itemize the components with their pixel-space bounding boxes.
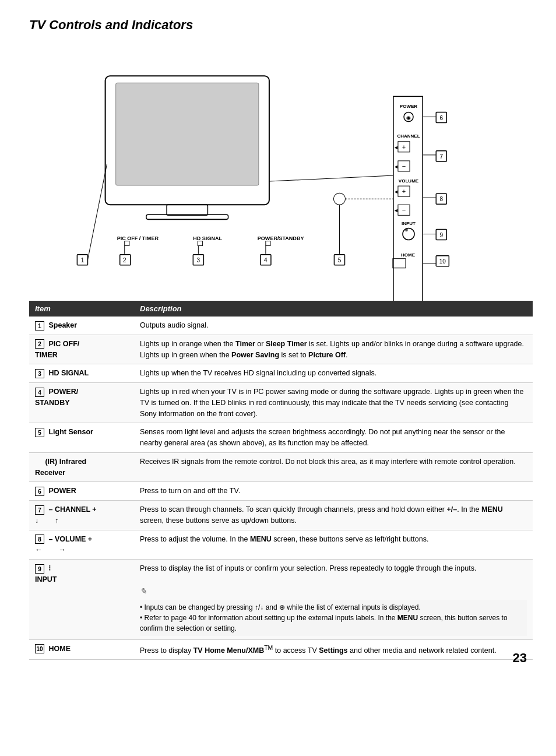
svg-text:+: + (402, 143, 406, 150)
svg-text:6: 6 (439, 115, 443, 121)
table-row: 4 POWER/STANDBY Lights up in red when yo… (29, 383, 533, 423)
note-icon: ✎ (140, 585, 147, 597)
page-number: 23 (513, 650, 527, 666)
svg-text:5: 5 (338, 257, 342, 263)
svg-point-16 (333, 193, 345, 205)
table-row: 2 PIC OFF/TIMER Lights up in orange when… (29, 335, 533, 364)
table-row: 5 Light Sensor Senses room light level a… (29, 423, 533, 453)
item-cell: 4 POWER/STANDBY (29, 383, 134, 423)
page-title: TV Controls and Indicators (29, 17, 533, 33)
desc-cell: Senses room light level and adjusts the … (134, 423, 533, 453)
page-container: TV Controls and Indicators PIC OFF / TIM… (0, 0, 556, 677)
item-cell: 8 – VOLUME +← → (29, 530, 134, 560)
svg-text:8: 8 (439, 196, 443, 202)
svg-line-21 (87, 164, 107, 260)
svg-text:+: + (402, 188, 406, 195)
item-cell: 9 ⁝INPUT (29, 560, 134, 640)
svg-text:INPUT: INPUT (402, 221, 416, 226)
item-cell: (IR) InfraredReceiver (29, 452, 134, 482)
table-row: 8 – VOLUME +← → Press to adjust the volu… (29, 530, 533, 560)
item-cell: 5 Light Sensor (29, 423, 134, 453)
desc-cell: Press to display TV Home Menu/XMBTM to a… (134, 639, 533, 660)
desc-cell: Lights up in orange when the Timer or Sl… (134, 335, 533, 364)
col-header-description: Description (134, 301, 533, 317)
item-cell: 6 POWER (29, 482, 134, 501)
svg-text:PIC OFF / TIMER: PIC OFF / TIMER (117, 235, 159, 241)
table-row: 3 HD SIGNAL Lights up when the TV receiv… (29, 364, 533, 383)
desc-cell: Receives IR signals from the remote cont… (134, 452, 533, 482)
svg-text:7: 7 (439, 153, 443, 160)
svg-text:HD SIGNAL: HD SIGNAL (193, 235, 222, 241)
svg-text:◄: ◄ (393, 189, 399, 195)
table-row: 6 POWER Press to turn on and off the TV. (29, 482, 533, 501)
svg-text:−: − (402, 206, 406, 213)
svg-text:9: 9 (439, 232, 443, 238)
svg-text:VOLUME: VOLUME (399, 178, 419, 184)
desc-cell: Press to scan through channels. To scan … (134, 501, 533, 530)
desc-cell: Press to turn on and off the TV. (134, 482, 533, 501)
svg-rect-60 (393, 259, 406, 268)
table-row: 10 HOME Press to display TV Home Menu/XM… (29, 639, 533, 660)
item-cell: 10 HOME (29, 639, 134, 660)
table-row: 9 ⁝INPUT Press to display the list of in… (29, 560, 533, 640)
svg-text:HOME: HOME (401, 252, 416, 258)
tv-diagram: PIC OFF / TIMER 2 HD SIGNAL 3 POWER/STAN… (29, 44, 533, 301)
svg-text:◄: ◄ (393, 145, 399, 150)
svg-rect-1 (116, 83, 259, 185)
svg-text:POWER/STANDBY: POWER/STANDBY (258, 235, 304, 241)
table-row: (IR) InfraredReceiver Receives IR signal… (29, 452, 533, 482)
desc-cell: Lights up when the TV receives HD signal… (134, 364, 533, 383)
svg-text:2: 2 (123, 257, 126, 263)
svg-rect-2 (167, 205, 207, 215)
svg-text:CHANNEL: CHANNEL (397, 133, 420, 139)
desc-cell: Lights up in red when your TV is in PC p… (134, 383, 533, 423)
svg-text:POWER: POWER (400, 104, 417, 109)
svg-text:3: 3 (197, 257, 200, 263)
table-row: 7 – CHANNEL +↓ ↑ Press to scan through c… (29, 501, 533, 530)
svg-text:◄: ◄ (393, 208, 399, 213)
desc-cell: Press to display the list of inputs or c… (134, 560, 533, 640)
svg-text:4: 4 (264, 257, 268, 263)
svg-rect-26 (393, 96, 423, 301)
svg-text:1: 1 (81, 257, 85, 263)
note-block: • Inputs can be changed by pressing ↑/↓ … (140, 600, 527, 636)
item-cell: 3 HD SIGNAL (29, 364, 134, 383)
diagram-svg: PIC OFF / TIMER 2 HD SIGNAL 3 POWER/STAN… (29, 44, 533, 301)
svg-line-64 (269, 175, 393, 181)
desc-cell: Press to adjust the volume. In the MENU … (134, 530, 533, 560)
item-cell: 7 – CHANNEL +↓ ↑ (29, 501, 134, 530)
info-table: Item Description 1 Speaker Outputs audio… (29, 301, 533, 660)
svg-text:−: − (402, 163, 406, 170)
desc-cell: Outputs audio signal. (134, 317, 533, 335)
col-header-item: Item (29, 301, 134, 317)
svg-rect-5 (125, 241, 129, 246)
item-cell: 2 PIC OFF/TIMER (29, 335, 134, 364)
svg-text:◄: ◄ (393, 164, 399, 170)
table-row: 1 Speaker Outputs audio signal. (29, 317, 533, 335)
svg-text:⊕: ⊕ (404, 227, 409, 233)
svg-text:10: 10 (439, 258, 446, 265)
item-cell: 1 Speaker (29, 317, 134, 335)
svg-rect-9 (198, 241, 202, 246)
svg-text:◉: ◉ (406, 115, 411, 121)
svg-rect-13 (266, 241, 270, 246)
